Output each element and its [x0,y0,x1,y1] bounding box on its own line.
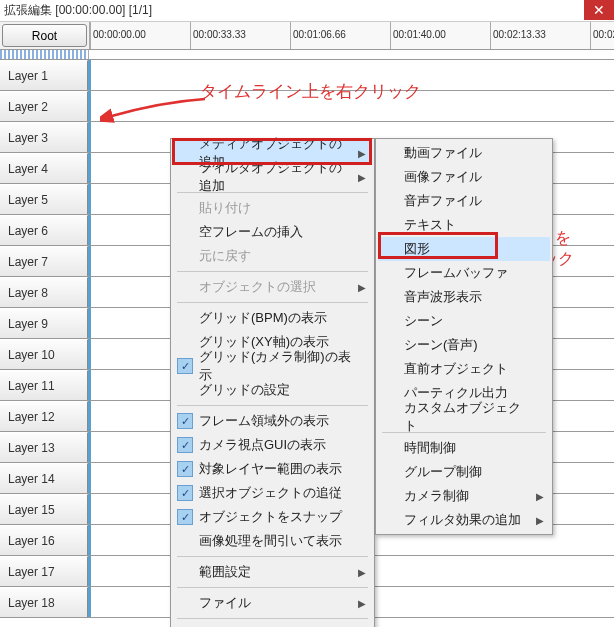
timeline-ruler[interactable]: 00:00:00.0000:00:33.3300:01:06.6600:01:4… [89,22,614,49]
ruler-tick: 00:01:06.66 [290,22,346,49]
menu-item-label: 画像ファイル [404,168,482,186]
context-menu-item[interactable]: グリッド(BPM)の表示 [173,306,372,330]
menu-separator [177,271,368,272]
check-icon: ✓ [177,437,193,453]
submenu-item[interactable]: 音声ファイル [378,189,550,213]
window-title: 拡張編集 [00:00:00.00] [1/1] [4,2,610,19]
layer-track[interactable] [88,91,614,121]
check-icon: ✓ [177,358,193,374]
menu-item-label: カメラ視点GUIの表示 [199,436,326,454]
context-submenu: 動画ファイル画像ファイル音声ファイルテキスト図形フレームバッファ音声波形表示シー… [375,138,553,535]
root-button[interactable]: Root [2,24,87,47]
submenu-item[interactable]: 直前オブジェクト [378,357,550,381]
menu-item-label: フィルタオブジェクトの追加 [199,159,354,195]
submenu-item[interactable]: 音声波形表示 [378,285,550,309]
layer-label[interactable]: Layer 2 [0,91,88,121]
submenu-arrow-icon: ▶ [358,282,366,293]
timeline-scrollbar[interactable] [0,50,88,60]
layer-label[interactable]: Layer 13 [0,432,88,462]
context-menu-item[interactable]: 空フレームの挿入 [173,220,372,244]
context-menu-item[interactable]: ファイル▶ [173,591,372,615]
timeline-scrollbar-row [0,50,614,60]
menu-item-label: 音声ファイル [404,192,482,210]
layer-label[interactable]: Layer 16 [0,525,88,555]
context-menu: メディアオブジェクトの追加▶フィルタオブジェクトの追加▶貼り付け空フレームの挿入… [170,138,375,627]
check-icon: ✓ [177,413,193,429]
context-menu-item[interactable]: ✓フレーム領域外の表示 [173,409,372,433]
context-menu-item[interactable]: ✓選択オブジェクトの追従 [173,481,372,505]
submenu-item[interactable]: フレームバッファ [378,261,550,285]
context-menu-item: 元に戻す [173,244,372,268]
layer-row: Layer 1 [0,60,614,91]
menu-item-label: 対象レイヤー範囲の表示 [199,460,342,478]
menu-item-label: 範囲設定 [199,563,251,581]
menu-item-label: 画像処理を間引いて表示 [199,532,342,550]
context-menu-item[interactable]: 範囲設定▶ [173,560,372,584]
submenu-item[interactable]: 動画ファイル [378,141,550,165]
layer-label[interactable]: Layer 12 [0,401,88,431]
menu-item-label: 貼り付け [199,199,251,217]
ruler-tick: 00:00:00.00 [90,22,146,49]
menu-item-label: グリッドの設定 [199,381,290,399]
layer-label[interactable]: Layer 10 [0,339,88,369]
menu-item-label: グループ制御 [404,463,482,481]
context-menu-item[interactable]: 画像処理を間引いて表示 [173,529,372,553]
context-menu-item[interactable]: ✓オブジェクトをスナップ [173,505,372,529]
context-menu-item[interactable]: ✓対象レイヤー範囲の表示 [173,457,372,481]
check-icon: ✓ [177,485,193,501]
submenu-item[interactable]: テキスト [378,213,550,237]
menu-item-label: フィルタ効果の追加 [404,511,521,529]
menu-separator [177,587,368,588]
menu-item-label: 動画ファイル [404,144,482,162]
layer-label[interactable]: Layer 14 [0,463,88,493]
layer-label[interactable]: Layer 5 [0,184,88,214]
submenu-arrow-icon: ▶ [536,515,544,526]
layer-label[interactable]: Layer 8 [0,277,88,307]
toolbar: Root 00:00:00.0000:00:33.3300:01:06.6600… [0,22,614,50]
menu-separator [177,556,368,557]
menu-item-label: 時間制御 [404,439,456,457]
titlebar: 拡張編集 [00:00:00.00] [1/1] [0,0,614,22]
layer-row: Layer 2 [0,91,614,122]
submenu-item[interactable]: グループ制御 [378,460,550,484]
submenu-item[interactable]: シーン(音声) [378,333,550,357]
ruler-tick: 00:01:40.00 [390,22,446,49]
ruler-tick: 00:02:13.33 [490,22,546,49]
layer-label[interactable]: Layer 6 [0,215,88,245]
layer-label[interactable]: Layer 17 [0,556,88,586]
submenu-item[interactable]: シーン [378,309,550,333]
layer-track[interactable] [88,60,614,90]
layer-label[interactable]: Layer 3 [0,122,88,152]
menu-separator [177,618,368,619]
menu-separator [177,405,368,406]
submenu-item[interactable]: フィルタ効果の追加▶ [378,508,550,532]
menu-item-label: シーン [404,312,443,330]
submenu-item[interactable]: カメラ制御▶ [378,484,550,508]
submenu-item[interactable]: 時間制御 [378,436,550,460]
menu-separator [177,302,368,303]
submenu-arrow-icon: ▶ [358,598,366,609]
layer-label[interactable]: Layer 11 [0,370,88,400]
check-icon: ✓ [177,509,193,525]
menu-item-label: オブジェクトの選択 [199,278,316,296]
check-icon: ✓ [177,461,193,477]
submenu-item[interactable]: 図形 [378,237,550,261]
layer-label[interactable]: Layer 18 [0,587,88,617]
layer-label[interactable]: Layer 1 [0,60,88,90]
layer-label[interactable]: Layer 4 [0,153,88,183]
layer-label[interactable]: Layer 7 [0,246,88,276]
menu-item-label: 選択オブジェクトの追従 [199,484,342,502]
context-menu-item[interactable]: ✓カメラ視点GUIの表示 [173,433,372,457]
submenu-item[interactable]: カスタムオブジェクト [378,405,550,429]
menu-item-label: ファイル [199,594,251,612]
layer-label[interactable]: Layer 9 [0,308,88,338]
context-menu-item[interactable]: グリッドの設定 [173,378,372,402]
close-button[interactable]: ✕ [584,0,614,20]
context-menu-item[interactable]: フィルタオブジェクトの追加▶ [173,165,372,189]
menu-item-label: 元に戻す [199,247,251,265]
submenu-item[interactable]: 画像ファイル [378,165,550,189]
layer-label[interactable]: Layer 15 [0,494,88,524]
context-menu-item[interactable]: ✓グリッド(カメラ制御)の表示 [173,354,372,378]
context-menu-item[interactable]: 環境設定 [173,622,372,627]
menu-item-label: フレーム領域外の表示 [199,412,329,430]
